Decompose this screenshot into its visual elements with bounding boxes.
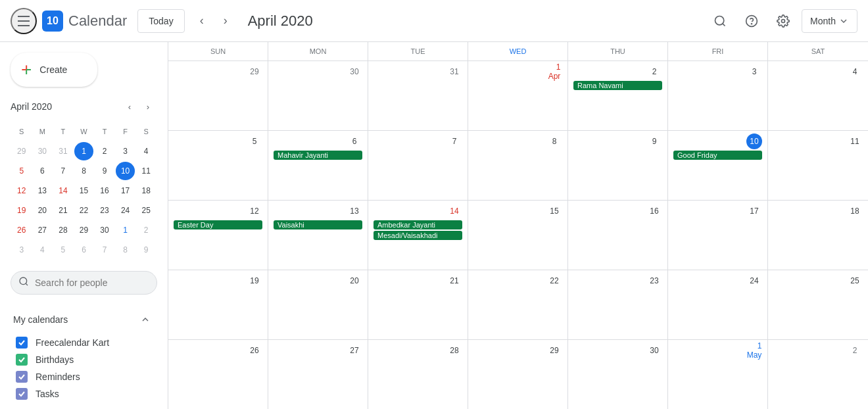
mini-cal-cell[interactable]: 4 xyxy=(33,241,53,259)
day-apr25[interactable]: 25 xyxy=(768,270,868,339)
mini-cal-cell[interactable]: 23 xyxy=(95,201,114,220)
mini-cal-cell[interactable]: 18 xyxy=(136,181,156,200)
mini-cal-cell[interactable]: 9 xyxy=(136,241,156,259)
mini-cal-cell[interactable]: 3 xyxy=(116,142,135,160)
day-apr17[interactable]: 17 xyxy=(668,201,768,270)
calendar-item-freecalendar[interactable]: Freecalendar Kart xyxy=(11,334,157,351)
day-may1[interactable]: 1 May xyxy=(668,340,768,409)
day-apr19[interactable]: 19 xyxy=(168,270,268,339)
day-apr6[interactable]: 6 Mahavir Jayanti xyxy=(268,131,368,200)
calendar-item-birthdays[interactable]: Birthdays xyxy=(11,351,157,368)
day-may2[interactable]: 2 xyxy=(768,340,868,409)
day-apr5[interactable]: 5 xyxy=(168,131,268,200)
mini-cal-cell[interactable]: 24 xyxy=(116,201,135,220)
day-apr20[interactable]: 20 xyxy=(268,270,368,339)
settings-button[interactable] xyxy=(770,8,796,34)
mini-cal-cell[interactable]: 1 xyxy=(74,142,94,160)
event-good-friday[interactable]: Good Friday xyxy=(673,151,762,160)
mini-cal-cell[interactable]: 7 xyxy=(53,162,73,180)
mini-cal-cell[interactable]: 5 xyxy=(12,162,32,180)
mini-cal-cell[interactable]: 8 xyxy=(74,162,94,180)
day-mar30[interactable]: 30 xyxy=(268,61,368,130)
day-apr1[interactable]: 1 Apr xyxy=(468,61,568,130)
day-apr23[interactable]: 23 xyxy=(568,270,668,339)
day-apr12[interactable]: 12 Easter Day xyxy=(168,201,268,270)
mini-cal-cell[interactable]: 25 xyxy=(136,201,156,220)
event-vaisakhi[interactable]: Vaisakhi xyxy=(274,220,362,229)
mini-cal-cell[interactable]: 9 xyxy=(95,162,114,180)
create-button[interactable]: + Create xyxy=(11,53,97,87)
mini-cal-cell[interactable]: 19 xyxy=(12,201,32,220)
day-apr3[interactable]: 3 xyxy=(668,61,768,130)
mini-cal-cell[interactable]: 17 xyxy=(116,181,135,200)
day-apr9[interactable]: 9 xyxy=(568,131,668,200)
mini-cal-cell[interactable]: 4 xyxy=(136,142,156,160)
mini-cal-cell[interactable]: 29 xyxy=(74,221,94,239)
mini-cal-cell[interactable]: 1 xyxy=(116,221,135,239)
mini-cal-cell[interactable]: 30 xyxy=(33,142,53,160)
day-apr22[interactable]: 22 xyxy=(468,270,568,339)
calendar-item-reminders[interactable]: Reminders xyxy=(11,368,157,385)
day-apr11[interactable]: 11 xyxy=(768,131,868,200)
day-apr21[interactable]: 21 xyxy=(368,270,468,339)
mini-cal-cell[interactable]: 21 xyxy=(53,201,73,220)
mini-cal-cell[interactable]: 27 xyxy=(33,221,53,239)
event-easter-day[interactable]: Easter Day xyxy=(174,220,262,229)
day-apr26[interactable]: 26 xyxy=(168,340,268,409)
mini-cal-cell[interactable]: 29 xyxy=(12,142,32,160)
mini-cal-cell[interactable]: 13 xyxy=(33,181,53,200)
mini-cal-cell[interactable]: 8 xyxy=(116,241,135,259)
mini-cal-cell[interactable]: 7 xyxy=(95,241,114,259)
mini-cal-cell[interactable]: 5 xyxy=(53,241,73,259)
event-rama-navami[interactable]: Rama Navami xyxy=(573,81,662,90)
mini-cal-cell[interactable]: 30 xyxy=(95,221,114,239)
mini-cal-cell[interactable]: 6 xyxy=(74,241,94,259)
mini-cal-cell[interactable]: 15 xyxy=(74,181,94,200)
mini-cal-cell[interactable]: 2 xyxy=(136,221,156,239)
mini-cal-cell[interactable]: 2 xyxy=(95,142,114,160)
day-apr29[interactable]: 29 xyxy=(468,340,568,409)
day-apr18[interactable]: 18 xyxy=(768,201,868,270)
view-dropdown[interactable]: Month xyxy=(802,9,857,33)
prev-button[interactable]: ‹ xyxy=(190,9,214,33)
day-mar29[interactable]: 29 xyxy=(168,61,268,130)
day-mar31[interactable]: 31 xyxy=(368,61,468,130)
mini-cal-cell[interactable]: 22 xyxy=(74,201,94,220)
day-apr27[interactable]: 27 xyxy=(268,340,368,409)
next-button[interactable]: › xyxy=(214,9,237,33)
mini-cal-cell[interactable]: 16 xyxy=(95,181,114,200)
day-apr24[interactable]: 24 xyxy=(668,270,768,339)
mini-next-button[interactable]: › xyxy=(139,97,157,116)
day-apr14[interactable]: 14 Ambedkar Jayanti Mesadi/Vaisakhadi xyxy=(368,201,468,270)
event-mahavir-jayanti[interactable]: Mahavir Jayanti xyxy=(274,151,362,160)
day-apr16[interactable]: 16 xyxy=(568,201,668,270)
mini-cal-cell[interactable]: 28 xyxy=(53,221,73,239)
mini-cal-cell[interactable]: 26 xyxy=(12,221,32,239)
day-apr2[interactable]: 2 Rama Navami xyxy=(568,61,668,130)
calendar-item-tasks[interactable]: Tasks xyxy=(11,385,157,402)
day-apr10[interactable]: 10 Good Friday xyxy=(668,131,768,200)
menu-button[interactable] xyxy=(11,8,37,34)
mini-cal-cell[interactable]: 14 xyxy=(53,181,73,200)
mini-cal-cell[interactable]: 20 xyxy=(33,201,53,220)
search-people-input[interactable] xyxy=(11,271,157,295)
collapse-button[interactable] xyxy=(136,310,155,329)
day-apr13[interactable]: 13 Vaisakhi xyxy=(268,201,368,270)
mini-cal-cell[interactable]: 11 xyxy=(136,162,156,180)
day-apr4[interactable]: 4 xyxy=(768,61,868,130)
mini-cal-cell[interactable]: 10 xyxy=(116,162,135,180)
day-apr30[interactable]: 30 xyxy=(568,340,668,409)
event-mesadi-vaisakhadi[interactable]: Mesadi/Vaisakhadi xyxy=(374,231,462,240)
mini-cal-cell[interactable]: 12 xyxy=(12,181,32,200)
mini-cal-cell[interactable]: 31 xyxy=(53,142,73,160)
mini-cal-cell[interactable]: 6 xyxy=(33,162,53,180)
help-button[interactable] xyxy=(738,8,765,34)
event-ambedkar-jayanti[interactable]: Ambedkar Jayanti xyxy=(374,220,462,229)
mini-cal-cell[interactable]: 3 xyxy=(12,241,32,259)
search-button[interactable] xyxy=(707,8,733,34)
day-apr7[interactable]: 7 xyxy=(368,131,468,200)
day-apr8[interactable]: 8 xyxy=(468,131,568,200)
day-apr15[interactable]: 15 xyxy=(468,201,568,270)
today-button[interactable]: Today xyxy=(137,9,184,33)
mini-prev-button[interactable]: ‹ xyxy=(120,97,139,116)
